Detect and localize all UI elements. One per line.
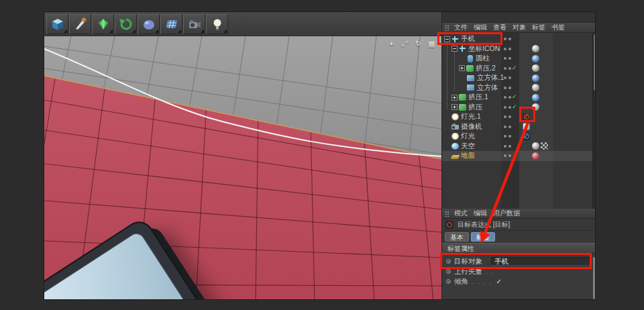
metaball-tool-icon[interactable]	[138, 14, 160, 34]
material-tag-gray[interactable]	[532, 103, 539, 111]
pitch-checkbox[interactable]: ✓	[496, 278, 502, 285]
object-row-extrude[interactable]: 挤压	[442, 103, 593, 113]
cylinder-object-icon	[468, 55, 473, 62]
material-tag-blue[interactable]	[532, 94, 539, 101]
object-row-extrude-2[interactable]: 挤压.2	[442, 64, 593, 74]
menu-tag[interactable]: 标签	[532, 23, 545, 32]
object-label[interactable]: 挤压.1	[468, 93, 488, 102]
menu-object[interactable]: 对象	[513, 23, 526, 32]
grip-icon[interactable]	[445, 211, 450, 217]
viewport-3d[interactable]	[44, 36, 441, 300]
keyframe-circle-icon[interactable]	[446, 259, 451, 264]
visibility-dots[interactable]	[504, 135, 511, 138]
material-tag-blue[interactable]	[532, 74, 539, 82]
grip-icon[interactable]	[445, 25, 450, 31]
plane-tool-icon[interactable]	[160, 14, 182, 34]
attribute-rows: 目标对象 手机 上行矢量 . . 倾角 . . . . ✓	[442, 254, 596, 300]
target-expression-tag-icon[interactable]	[523, 113, 530, 121]
object-row-cylinder[interactable]: 圆柱	[442, 54, 593, 64]
visibility-dots[interactable]	[504, 96, 511, 99]
object-label[interactable]: 立方体.1	[477, 73, 504, 83]
menu-view[interactable]: 查看	[493, 23, 506, 32]
expand-icon[interactable]	[451, 104, 458, 110]
material-tag-red[interactable]	[532, 152, 539, 160]
extrude-object-icon	[459, 104, 466, 111]
screenshot-stage: 文件 编辑 查看 对象 标签 书签 手机	[0, 0, 644, 310]
material-tag-gray[interactable]	[532, 142, 539, 150]
pitch-row: 倾角 . . . . ✓	[442, 276, 596, 287]
object-row-extrude-1[interactable]: 挤压.1	[442, 93, 593, 103]
visibility-dots[interactable]	[504, 57, 511, 60]
visibility-dots[interactable]	[504, 115, 511, 118]
object-label[interactable]: 天空	[461, 142, 475, 151]
attribute-scrollbar[interactable]	[593, 257, 596, 299]
visibility-dots[interactable]	[504, 106, 511, 109]
knife-tool-icon[interactable]	[69, 14, 91, 34]
object-row-phone[interactable]: 手机	[442, 34, 593, 44]
visibility-dots[interactable]	[504, 87, 511, 89]
pan-icon[interactable]	[387, 40, 396, 48]
scrollbar-thumb[interactable]	[594, 34, 596, 91]
material-tag-gray[interactable]	[532, 84, 539, 91]
object-label[interactable]: 挤压	[468, 103, 482, 112]
tab-tag[interactable]: 标签	[471, 232, 495, 242]
tab-basic[interactable]: 基本	[445, 232, 469, 242]
object-label[interactable]: 挤压.2	[476, 64, 496, 73]
visibility-dots[interactable]	[504, 67, 511, 70]
object-row-light[interactable]: 灯光	[442, 132, 593, 142]
object-label[interactable]: 坐标ICON	[468, 44, 500, 54]
target-object-field[interactable]: 手机	[491, 257, 592, 266]
object-row-axis-icon[interactable]: 坐标ICON	[442, 44, 593, 54]
object-label[interactable]: 立方体	[477, 83, 498, 93]
gem-tool-icon[interactable]	[92, 14, 114, 34]
compositing-tag-icon[interactable]	[541, 142, 548, 150]
display-tag-icon[interactable]	[523, 123, 530, 130]
recycle-tool-icon[interactable]	[115, 14, 137, 34]
material-tag-blue[interactable]	[532, 55, 539, 62]
camera-tool-icon[interactable]	[183, 14, 205, 34]
menu-bookmark[interactable]: 书签	[551, 23, 565, 32]
object-label[interactable]: 灯光.1	[461, 112, 481, 121]
expand-icon[interactable]	[459, 65, 465, 71]
object-row-floor[interactable]: 地面	[442, 151, 593, 161]
visibility-dots[interactable]	[504, 76, 511, 79]
light-tool-icon[interactable]	[206, 14, 228, 34]
material-tag-gray[interactable]	[532, 64, 539, 72]
object-label[interactable]: 灯光	[461, 132, 475, 141]
menu-file[interactable]: 文件	[454, 23, 468, 32]
menu-user-data[interactable]: 用户数据	[493, 209, 520, 218]
tree-scrollbar[interactable]	[592, 33, 596, 209]
collapse-icon[interactable]	[451, 46, 458, 52]
object-row-cube-1[interactable]: 立方体.1	[442, 73, 593, 83]
object-label[interactable]: 摄像机	[461, 122, 482, 132]
camera-object-icon	[451, 125, 459, 130]
object-row-sky[interactable]: 天空	[442, 142, 593, 152]
object-label[interactable]: 圆柱	[476, 54, 490, 63]
visibility-dots[interactable]	[504, 48, 511, 50]
toggle-view-icon[interactable]	[427, 40, 436, 48]
menu-mode[interactable]: 模式	[454, 209, 468, 218]
enabled-state-icon	[512, 103, 517, 110]
menu-edit[interactable]: 编辑	[474, 209, 487, 218]
keyframe-circle-icon[interactable]	[446, 279, 451, 284]
target-expression-icon	[445, 221, 453, 229]
rotate-icon[interactable]	[414, 40, 423, 48]
material-tag-gray[interactable]	[532, 45, 539, 52]
object-row-cube[interactable]: 立方体	[442, 83, 593, 93]
object-row-light-1[interactable]: 灯光.1	[442, 112, 593, 122]
object-label[interactable]: 地面	[461, 151, 475, 160]
menu-edit[interactable]: 编辑	[474, 23, 487, 32]
object-row-camera[interactable]: 摄像机	[442, 122, 593, 132]
target-tag-blue-icon[interactable]	[523, 133, 530, 140]
visibility-dots[interactable]	[504, 145, 511, 148]
visibility-dots[interactable]	[504, 154, 511, 157]
visibility-dots[interactable]	[504, 125, 511, 128]
keyframe-circle-icon[interactable]	[446, 269, 451, 274]
expand-icon[interactable]	[451, 95, 458, 101]
cube-tool-icon[interactable]	[46, 14, 68, 34]
collapse-icon[interactable]	[444, 36, 450, 42]
visibility-dots[interactable]	[504, 38, 511, 40]
object-label[interactable]: 手机	[461, 34, 475, 44]
zoom-icon[interactable]	[400, 40, 409, 48]
null-object-icon	[459, 45, 466, 52]
